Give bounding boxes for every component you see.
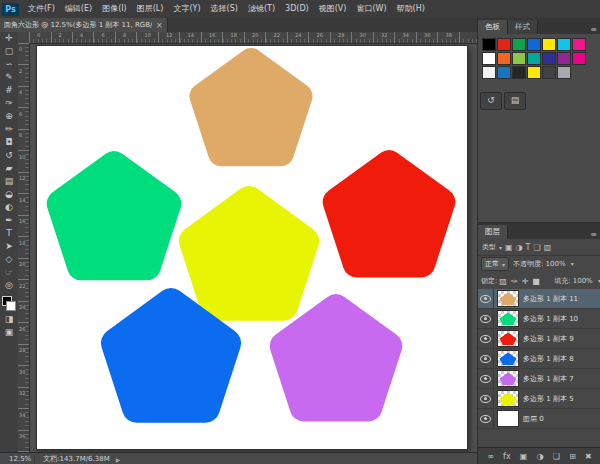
swatches-panel-menu-icon[interactable]: ≡ bbox=[586, 25, 600, 34]
color-swatch[interactable] bbox=[482, 38, 496, 51]
menu-item[interactable]: 图像(I) bbox=[97, 0, 132, 18]
new-adjustment-layer-icon[interactable]: ◑ bbox=[537, 452, 544, 461]
delete-layer-icon[interactable]: ✖ bbox=[585, 452, 592, 461]
color-swatch[interactable] bbox=[482, 66, 496, 79]
menu-item[interactable]: 滤镜(T) bbox=[243, 0, 280, 18]
tab-styles[interactable]: 样式 bbox=[508, 20, 538, 34]
layer-row[interactable]: 图层 0 bbox=[478, 409, 600, 429]
move-tool[interactable]: ✛ bbox=[0, 32, 18, 45]
color-swatch[interactable] bbox=[542, 38, 556, 51]
layer-style-icon[interactable]: fx bbox=[503, 452, 511, 461]
history-brush-tool[interactable]: ↺ bbox=[0, 149, 18, 162]
path-selection-tool[interactable]: ➤ bbox=[0, 240, 18, 253]
layer-row[interactable]: 多边形 1 副本 9 bbox=[478, 329, 600, 349]
opacity-control[interactable]: 不透明度: 100% ▾ bbox=[513, 259, 574, 269]
color-swatch[interactable] bbox=[512, 66, 526, 79]
quick-selection-tool[interactable]: ✎ bbox=[0, 71, 18, 84]
menu-item[interactable]: 3D(D) bbox=[280, 0, 314, 18]
menu-item[interactable]: 文字(Y) bbox=[168, 0, 205, 18]
layer-row[interactable]: 多边形 1 副本 8 bbox=[478, 349, 600, 369]
menu-item[interactable]: 帮助(H) bbox=[392, 0, 430, 18]
visibility-toggle[interactable] bbox=[478, 289, 494, 308]
zoom-level-field[interactable]: 12.5% bbox=[6, 455, 35, 463]
screen-mode-button[interactable]: ▣ bbox=[0, 326, 18, 339]
clone-stamp-tool[interactable]: ◘ bbox=[0, 136, 18, 149]
opacity-value[interactable]: 100% bbox=[546, 260, 566, 268]
layer-thumb-shape bbox=[500, 373, 517, 386]
visibility-toggle[interactable] bbox=[478, 329, 494, 348]
tab-swatches[interactable]: 色板 bbox=[478, 20, 508, 34]
layer-row[interactable]: 多边形 1 副本 10 bbox=[478, 309, 600, 329]
hand-tool[interactable]: ☞ bbox=[0, 266, 18, 279]
visibility-toggle[interactable] bbox=[478, 389, 494, 408]
color-swatch[interactable] bbox=[497, 38, 511, 51]
visibility-toggle[interactable] bbox=[478, 349, 494, 368]
status-expand-icon[interactable]: ▶ bbox=[116, 456, 121, 463]
visibility-toggle[interactable] bbox=[478, 309, 494, 328]
new-group-icon[interactable]: ❏ bbox=[553, 452, 560, 461]
filter-shape-layers-icon[interactable]: ❑ bbox=[533, 243, 540, 252]
filter-smart-objects-icon[interactable]: ▧ bbox=[544, 243, 552, 252]
gradient-tool[interactable]: ▤ bbox=[0, 175, 18, 188]
zoom-tool[interactable]: ◎ bbox=[0, 279, 18, 292]
ruler-number: 2 bbox=[19, 68, 22, 74]
color-swatch[interactable] bbox=[527, 38, 541, 51]
filter-type-label[interactable]: 类型 bbox=[482, 242, 496, 252]
color-swatch[interactable] bbox=[497, 66, 511, 79]
color-swatch[interactable] bbox=[572, 38, 586, 51]
link-layers-icon[interactable]: ∞ bbox=[487, 452, 494, 461]
filter-type-layers-icon[interactable]: T bbox=[526, 243, 531, 252]
healing-brush-tool[interactable]: ⊕ bbox=[0, 110, 18, 123]
color-swatch[interactable] bbox=[557, 66, 571, 79]
document-tab[interactable]: 圆角六边形 @ 12.5%(多边形 1 副本 11, RGB/8) × bbox=[0, 18, 168, 32]
document-canvas[interactable] bbox=[36, 45, 468, 450]
color-swatch[interactable] bbox=[512, 38, 526, 51]
eyedropper-tool[interactable]: ✑ bbox=[0, 97, 18, 110]
visibility-toggle[interactable] bbox=[478, 409, 494, 428]
tab-layers[interactable]: 图层 bbox=[478, 225, 508, 239]
visibility-toggle[interactable] bbox=[478, 369, 494, 388]
lasso-tool[interactable]: ∽ bbox=[0, 58, 18, 71]
menu-item[interactable]: 视图(V) bbox=[314, 0, 352, 18]
shape-tool[interactable]: ◇ bbox=[0, 253, 18, 266]
pen-tool[interactable]: ✒ bbox=[0, 214, 18, 227]
color-swatch[interactable] bbox=[527, 66, 541, 79]
lock-all-icon[interactable]: ■ bbox=[532, 277, 540, 286]
layers-panel-menu-icon[interactable]: ≡ bbox=[586, 230, 600, 239]
menu-item[interactable]: 文件(F) bbox=[23, 0, 60, 18]
layer-row[interactable]: 多边形 1 副本 7 bbox=[478, 369, 600, 389]
filter-pixel-layers-icon[interactable]: ▣ bbox=[505, 243, 513, 252]
fill-value[interactable]: 100% bbox=[573, 277, 593, 285]
layer-row[interactable]: 多边形 1 副本 5 bbox=[478, 389, 600, 409]
close-tab-icon[interactable]: × bbox=[156, 21, 163, 30]
new-layer-icon[interactable]: ⊞ bbox=[569, 452, 576, 461]
quick-mask-button[interactable]: ◨ bbox=[0, 313, 18, 326]
color-chips[interactable] bbox=[2, 296, 16, 311]
filter-adjustment-layers-icon[interactable]: ◑ bbox=[516, 243, 523, 252]
rectangular-marquee-tool[interactable]: ▢ bbox=[0, 45, 18, 58]
menu-item[interactable]: 窗口(W) bbox=[351, 0, 391, 18]
crop-tool[interactable]: # bbox=[0, 84, 18, 97]
eraser-tool[interactable]: ▰ bbox=[0, 162, 18, 175]
menu-item[interactable]: 选择(S) bbox=[206, 0, 243, 18]
layer-thumb-shape bbox=[500, 393, 517, 406]
dodge-tool[interactable]: ◐ bbox=[0, 201, 18, 214]
fill-control[interactable]: 填充: 100% ▾ bbox=[554, 276, 600, 286]
blur-tool[interactable]: ◒ bbox=[0, 188, 18, 201]
add-layer-mask-icon[interactable]: ▣ bbox=[520, 452, 528, 461]
color-swatch[interactable] bbox=[557, 38, 571, 51]
color-swatch[interactable] bbox=[542, 66, 556, 79]
layer-name: 图层 0 bbox=[523, 414, 544, 424]
lock-transparency-icon[interactable]: ▨ bbox=[499, 277, 507, 286]
layer-row[interactable]: 多边形 1 副本 11 bbox=[478, 289, 600, 309]
lock-pixels-icon[interactable]: ✑ bbox=[511, 277, 518, 286]
collapsed-history-panel-icon[interactable]: ↺ bbox=[480, 92, 502, 110]
collapsed-properties-panel-icon[interactable]: ▤ bbox=[504, 92, 526, 110]
type-tool[interactable]: T bbox=[0, 227, 18, 240]
brush-tool[interactable]: ✏ bbox=[0, 123, 18, 136]
background-color-swatch[interactable] bbox=[6, 301, 16, 311]
blend-mode-dropdown[interactable]: 正常 ▾ bbox=[481, 257, 509, 271]
menu-item[interactable]: 图层(L) bbox=[132, 0, 169, 18]
menu-item[interactable]: 编辑(E) bbox=[60, 0, 97, 18]
lock-position-icon[interactable]: ✛ bbox=[522, 277, 529, 286]
